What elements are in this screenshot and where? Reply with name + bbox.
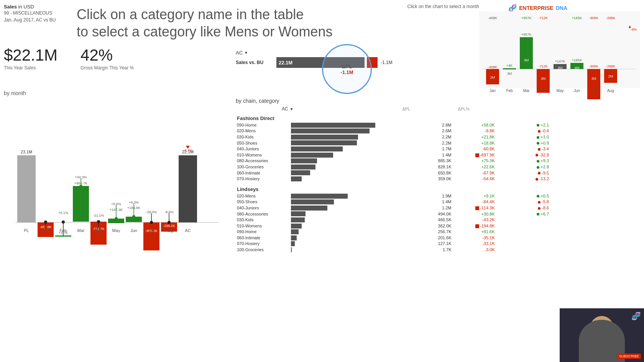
row-dpl: +9.1K: [452, 193, 496, 199]
row-dpl-pct: [496, 229, 550, 235]
ac-label: AC ▼: [236, 50, 397, 56]
svg-text:3M: 3M: [507, 72, 512, 76]
svg-text:-905K: -905K: [589, 64, 598, 68]
row-dpl-pct: -8.6: [496, 205, 550, 211]
monthly-bar-chart-svg: -458K 2M +4K 3M +957K 3M -712K 3M +147K …: [479, 12, 640, 100]
svg-text:Apr: Apr: [95, 228, 102, 233]
row-dpl: -33.1K: [452, 241, 496, 247]
row-dpl-pct: +0.9: [496, 140, 550, 146]
table-row[interactable]: 030-Kids466.5K-43.2K: [236, 217, 550, 223]
row-dpl: -114.3K: [452, 205, 496, 211]
fashions-direct-rows: 090-Home2.8M+58.0K+2.1020-Mens2.6M-9.8K-…: [236, 122, 550, 182]
row-dpl-pct: +1.0: [496, 134, 550, 140]
svg-text:Mar: Mar: [523, 89, 530, 93]
row-name: 080-Accessories: [236, 211, 290, 217]
svg-text:Jul: Jul: [149, 228, 154, 233]
row-dpl-pct: -9.5: [496, 170, 550, 176]
table-row[interactable]: 070-Hosiery359.0K-54.4K-13.2: [236, 176, 550, 182]
sales-bu-row: Sales vs. BU 22.1M -1.1M: [236, 57, 397, 68]
table-row[interactable]: 060-Intimate201.6K-35.1K: [236, 235, 550, 241]
top-right-bar-chart[interactable]: -458K 2M +4K 3M +957K 3M -712K 3M +147K …: [479, 12, 640, 100]
kpi-margin-label: Gross Margin This Year %: [80, 65, 134, 71]
row-bar: [290, 134, 420, 140]
waterfall-svg: 23.1M -457.8K +3.7K +0.1% +956.7K +34.3%…: [4, 92, 226, 311]
row-value: 885.3K: [420, 158, 453, 164]
table-row[interactable]: 100-Groceries828.1K+22.6K+2.8: [236, 164, 550, 170]
row-bar: [290, 140, 420, 146]
svg-text:-712K: -712K: [539, 64, 548, 68]
row-value: 650.8K: [420, 170, 453, 176]
row-dpl-pct: [496, 235, 550, 241]
row-dpl: +81.6K: [452, 229, 496, 235]
svg-text:-905K: -905K: [589, 16, 598, 20]
row-name: 030-Kids: [236, 217, 290, 223]
svg-text:2M: 2M: [490, 76, 495, 79]
row-dpl: -54.4K: [452, 176, 496, 182]
svg-text:3M: 3M: [524, 58, 529, 62]
table-row[interactable]: 060-Intimate650.8K-67.9K-9.5: [236, 170, 550, 176]
svg-text:Jun: Jun: [574, 89, 580, 93]
row-name: 100-Groceries: [236, 247, 290, 253]
table-row[interactable]: 080-Accessories494.0K+30.8K+6.7: [236, 211, 550, 217]
table-row[interactable]: 090-Home2.8M+58.0K+2.1: [236, 122, 550, 128]
svg-text:Jun: Jun: [130, 228, 137, 233]
lindseys-rows: 020-Mens1.9M+9.1K+0.5050-Shoes1.4M-84.4K…: [236, 193, 550, 253]
svg-text:3M: 3M: [591, 77, 596, 81]
row-value: 127.1K: [420, 241, 453, 247]
svg-text:Jul: Jul: [591, 89, 596, 93]
row-dpl: -60.8K: [452, 146, 496, 152]
row-dpl: -35.1K: [452, 235, 496, 241]
waterfall-chart[interactable]: 23.1M -457.8K +3.7K +0.1% +956.7K +34.3%…: [4, 92, 226, 311]
table-row[interactable]: 020-Mens1.9M+9.1K+0.5: [236, 193, 550, 199]
table-row[interactable]: 010-Womens362.0K-194.8K: [236, 223, 550, 229]
row-bar: [290, 199, 420, 205]
fashions-direct-label: Fashions Direct: [236, 112, 550, 122]
table-row[interactable]: 040-Juniors1.2M-114.3K-8.6: [236, 205, 550, 211]
row-name: 050-Shoes: [236, 140, 290, 146]
row-value: 359.0K: [420, 176, 453, 182]
kpi-sales-label: This Year Sales: [4, 65, 58, 71]
row-dpl: +21.8K: [452, 134, 496, 140]
row-name: 040-Juniors: [236, 205, 290, 211]
svg-text:-9%: -9%: [631, 28, 637, 31]
table-row[interactable]: 020-Mens2.6M-9.8K-0.4: [236, 128, 550, 134]
table-row[interactable]: 050-Shoes2.2M+18.8K+0.9: [236, 140, 550, 146]
svg-text:Aug: Aug: [165, 228, 173, 233]
row-dpl-pct: [496, 217, 550, 223]
table-row[interactable]: 030-Kids2.2M+21.8K+1.0: [236, 134, 550, 140]
row-value: 2.2M: [420, 140, 453, 146]
row-value: 828.1K: [420, 164, 453, 170]
row-dpl: -84.4K: [452, 199, 496, 205]
mar-bar: [73, 186, 89, 222]
row-dpl-pct: -3.4: [496, 146, 550, 152]
row-dpl: -43.2K: [452, 217, 496, 223]
row-bar: [290, 128, 420, 134]
delta-circle: ΔPL -1.1M: [322, 44, 372, 94]
row-name: 010-Womens: [236, 223, 290, 229]
row-name: 010-Womens: [236, 152, 290, 158]
subscribe-button[interactable]: SUBSCRIBE: [617, 354, 641, 359]
table-row[interactable]: 040-Juniors1.7M-60.8K-3.4: [236, 146, 550, 152]
svg-text:Mar: Mar: [77, 228, 85, 233]
sales-vs-bu-section: AC ▼ Sales vs. BU 22.1M -1.1M: [236, 50, 397, 68]
sales-unit-label: Sales in USD: [4, 4, 56, 10]
row-value: 1.7M: [420, 146, 453, 152]
table-row[interactable]: 080-Accessories885.3K+75.3K+9.3: [236, 158, 550, 164]
row-bar: [290, 241, 420, 247]
svg-text:23.1M: 23.1M: [21, 150, 33, 154]
svg-text:4M: 4M: [575, 66, 580, 70]
svg-text:+185K: +185K: [572, 58, 582, 62]
lindseys-label: Lindseys: [236, 182, 550, 193]
chain-table: Fashions Direct 090-Home2.8M+58.0K+2.102…: [236, 112, 550, 253]
svg-text:+4K: +4K: [506, 64, 513, 67]
table-row[interactable]: 070-Hosiery127.1K-33.1K: [236, 241, 550, 247]
table-row[interactable]: 100-Groceries1.7K-3.0K: [236, 247, 550, 253]
svg-text:-298K: -298K: [606, 16, 615, 20]
table-row[interactable]: 010-Womens1.4M-697.9K-32.9: [236, 152, 550, 158]
circle-label: ΔPL: [342, 63, 352, 69]
pl-bar: [17, 155, 36, 222]
row-bar: [290, 122, 420, 128]
row-bar: [290, 176, 420, 182]
table-row[interactable]: 090-Home256.7K+81.6K: [236, 229, 550, 235]
table-row[interactable]: 050-Shoes1.4M-84.4K-5.8: [236, 199, 550, 205]
